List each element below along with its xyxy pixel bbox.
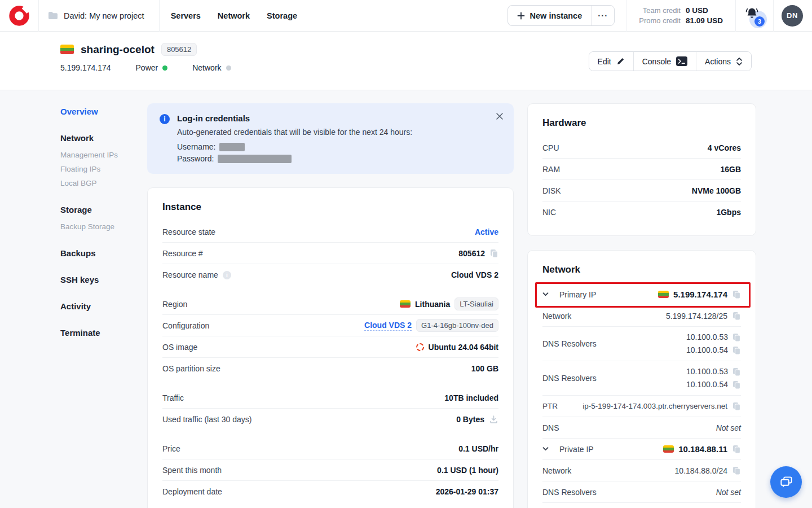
chat-icon bbox=[779, 475, 794, 490]
ram-value: 16GB bbox=[720, 165, 741, 174]
info-icon bbox=[160, 114, 170, 124]
network-label: Network bbox=[192, 63, 221, 72]
resource-number-value: 805612 bbox=[458, 249, 485, 258]
copy-button[interactable] bbox=[732, 312, 741, 321]
row-label: DNS bbox=[542, 423, 559, 432]
row-region: Region Lithuania LT-Siauliai bbox=[162, 294, 498, 315]
lithuania-flag-icon bbox=[400, 300, 411, 308]
sidebar-item-floating-ips[interactable]: Floating IPs bbox=[60, 164, 145, 175]
banner-close-button[interactable] bbox=[495, 111, 505, 121]
edit-label: Edit bbox=[598, 57, 611, 66]
copy-button[interactable] bbox=[489, 249, 498, 258]
download-button[interactable] bbox=[489, 415, 498, 424]
sidebar-item-storage[interactable]: Storage bbox=[60, 204, 145, 216]
sidebar-item-backups[interactable]: Backups bbox=[60, 248, 145, 259]
info-icon[interactable] bbox=[223, 271, 231, 279]
hardware-heading: Hardware bbox=[542, 116, 741, 130]
top-navigation-bar: David: My new project Servers Network St… bbox=[0, 0, 812, 32]
dns-resolver-value: 10.100.0.54 bbox=[686, 344, 728, 356]
brand-logo-icon bbox=[8, 5, 30, 27]
page-content: Overview Network Management IPs Floating… bbox=[0, 90, 812, 508]
copy-button[interactable] bbox=[732, 346, 741, 355]
row-label: Primary IP bbox=[559, 290, 596, 299]
copy-button[interactable] bbox=[732, 333, 741, 342]
row-dns-resolvers-1: DNS Resolvers 10.100.0.53 10.100.0.54 bbox=[542, 327, 741, 361]
copy-button[interactable] bbox=[732, 402, 741, 411]
actions-label: Actions bbox=[705, 57, 731, 66]
project-selector[interactable]: David: My new project bbox=[39, 0, 159, 31]
sidebar-item-backup-storage[interactable]: Backup Storage bbox=[60, 221, 145, 233]
new-instance-button[interactable]: New instance bbox=[508, 6, 592, 25]
copy-button[interactable] bbox=[732, 445, 741, 454]
resource-state-value[interactable]: Active bbox=[475, 227, 498, 237]
copy-button[interactable] bbox=[732, 367, 741, 376]
row-resource-name: Resource name Cloud VDS 2 bbox=[162, 264, 498, 286]
sidebar-item-ssh-keys[interactable]: SSH keys bbox=[60, 274, 145, 286]
chat-support-button[interactable] bbox=[770, 466, 802, 498]
plus-icon bbox=[517, 12, 525, 20]
row-label: Configuration bbox=[162, 321, 209, 330]
username-label: Username: bbox=[177, 142, 215, 151]
sidebar-item-network[interactable]: Network bbox=[60, 133, 145, 144]
team-credit-value: 0 USD bbox=[686, 6, 723, 15]
actions-button[interactable]: Actions bbox=[696, 52, 751, 71]
cherry-servers-logo[interactable] bbox=[0, 0, 38, 31]
row-ram: RAM 16GB bbox=[542, 159, 741, 180]
row-label: Resource state bbox=[162, 227, 215, 237]
deployment-date-value: 2026-01-29 01:37 bbox=[436, 487, 498, 496]
promo-credit-label: Promo credit bbox=[639, 16, 681, 25]
collapse-button[interactable] bbox=[542, 447, 549, 451]
notifications-button[interactable]: 3 bbox=[743, 4, 766, 28]
nav-servers[interactable]: Servers bbox=[171, 11, 201, 20]
server-ip: 5.199.174.174 bbox=[60, 63, 111, 72]
copy-button[interactable] bbox=[732, 380, 741, 389]
redacted-password bbox=[218, 155, 292, 163]
terminal-icon bbox=[676, 56, 687, 66]
console-button[interactable]: Console bbox=[633, 52, 696, 71]
sidebar-item-overview[interactable]: Overview bbox=[60, 106, 145, 117]
copy-button[interactable] bbox=[732, 290, 741, 299]
sidebar-item-local-bgp[interactable]: Local BGP bbox=[60, 178, 145, 189]
traffic-value: 10TB included bbox=[444, 393, 498, 402]
collapse-button[interactable] bbox=[542, 292, 549, 296]
lithuania-flag-icon bbox=[663, 445, 674, 453]
row-label: DNS Resolvers bbox=[542, 339, 597, 348]
row-label: DISK bbox=[542, 186, 561, 195]
password-line: Password: bbox=[177, 154, 412, 163]
sidebar-item-terminate[interactable]: Terminate bbox=[60, 327, 145, 339]
dns-value: Not set bbox=[716, 423, 741, 432]
row-label: Deployment date bbox=[162, 487, 222, 496]
server-page-header: sharing-ocelot 805612 5.199.174.174 Powe… bbox=[0, 32, 812, 90]
power-status: Power bbox=[136, 63, 168, 72]
login-credentials-banner: Log-in credentials Auto-generated creden… bbox=[147, 103, 514, 174]
server-action-buttons: Edit Console Actions bbox=[589, 51, 752, 71]
private-dns-value: Not set bbox=[716, 488, 741, 497]
row-private-network: Network 10.184.88.0/24 bbox=[542, 460, 741, 481]
copy-button[interactable] bbox=[732, 466, 741, 475]
server-id-badge: 805612 bbox=[161, 43, 197, 56]
row-label: Used traffic (last 30 days) bbox=[162, 415, 251, 424]
nav-storage[interactable]: Storage bbox=[267, 11, 297, 20]
instance-overflow-menu-button[interactable]: ··· bbox=[592, 6, 614, 25]
user-avatar[interactable]: DN bbox=[782, 5, 803, 27]
redacted-username bbox=[219, 143, 245, 151]
folder-icon bbox=[48, 11, 58, 20]
nav-network[interactable]: Network bbox=[218, 11, 250, 20]
row-price: Price 0.1 USD/hr bbox=[162, 438, 498, 459]
divider bbox=[159, 0, 160, 32]
row-label: Network bbox=[542, 466, 571, 475]
sidebar-item-management-ips[interactable]: Management IPs bbox=[60, 150, 145, 161]
copy-icon bbox=[732, 312, 741, 321]
edit-button[interactable]: Edit bbox=[589, 52, 633, 71]
divider bbox=[735, 0, 736, 32]
row-resource-state: Resource state Active bbox=[162, 221, 498, 243]
row-label: DNS Resolvers bbox=[542, 488, 597, 497]
sidebar-item-activity[interactable]: Activity bbox=[60, 301, 145, 312]
row-label: RAM bbox=[542, 165, 560, 174]
row-cpu: CPU 4 vCores bbox=[542, 137, 741, 159]
ubuntu-icon bbox=[416, 343, 424, 351]
power-label: Power bbox=[136, 63, 158, 72]
row-label: Price bbox=[162, 444, 180, 453]
configuration-link[interactable]: Cloud VDS 2 bbox=[364, 321, 412, 331]
sidebar: Overview Network Management IPs Floating… bbox=[60, 106, 145, 339]
